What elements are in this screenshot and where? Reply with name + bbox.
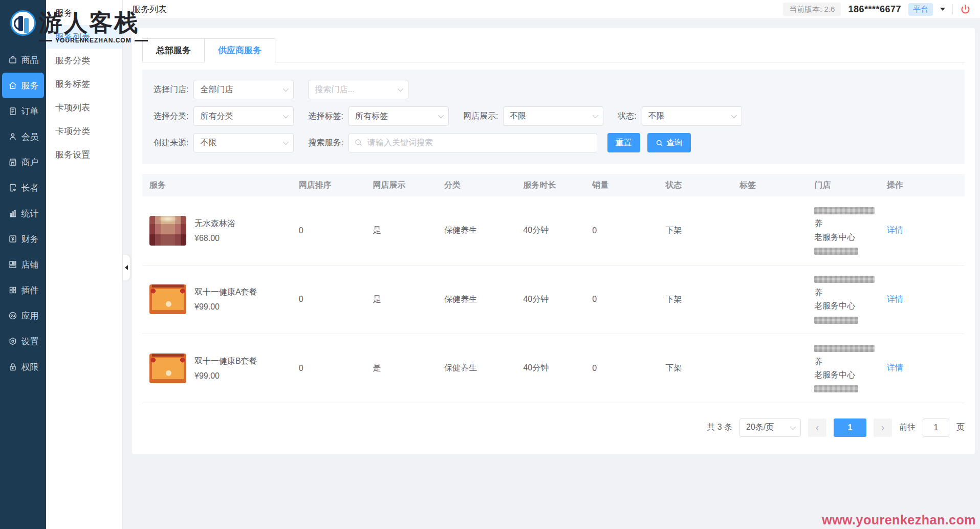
- col-tags: 标签: [734, 174, 809, 196]
- col-status: 状态: [660, 174, 734, 196]
- primary-sidebar: 商品 服务 订单 会员 商户 长者 统计 财务: [0, 0, 46, 529]
- sidebar-item-elders[interactable]: 长者: [0, 175, 46, 201]
- tab-supplier-services[interactable]: 供应商服务: [204, 38, 275, 62]
- sidebar-item-apps[interactable]: 应用: [0, 303, 46, 328]
- page-unit-label: 页: [956, 422, 965, 433]
- col-shop-sort: 网店排序: [294, 174, 368, 196]
- sidebar-item-label: 会员: [21, 131, 39, 143]
- cell-tags: [734, 334, 809, 403]
- home-icon: [8, 80, 18, 91]
- chevron-down-icon: [790, 424, 796, 430]
- chevron-down-icon[interactable]: [940, 8, 945, 11]
- app-logo[interactable]: [10, 10, 36, 36]
- cell-tags: [734, 265, 809, 334]
- service-name: 双十一健康B套餐: [194, 356, 257, 367]
- chevron-down-icon: [398, 86, 403, 92]
- submenu-item-service-category[interactable]: 服务分类: [46, 49, 122, 72]
- cell-sort: 0: [294, 265, 368, 334]
- submenu-item-service-tags[interactable]: 服务标签: [46, 72, 122, 96]
- submenu-item-card-list[interactable]: 卡项列表: [46, 96, 122, 119]
- submenu-item-service-settings[interactable]: 服务设置: [46, 143, 122, 166]
- cell-store: 养 老服务中心: [809, 196, 881, 265]
- sidebar-item-orders[interactable]: 订单: [0, 98, 46, 124]
- detail-link[interactable]: 详情: [887, 363, 903, 372]
- sidebar-item-statistics[interactable]: 统计: [0, 201, 46, 226]
- cell-store: 养 老服务中心: [809, 265, 881, 334]
- query-button[interactable]: 查询: [647, 133, 691, 152]
- col-duration: 服务时长: [518, 174, 587, 196]
- finance-icon: [8, 234, 18, 244]
- store-search-select[interactable]: 搜索门店...: [308, 80, 408, 99]
- submenu-item-service-list[interactable]: 服务列表: [46, 25, 122, 49]
- sidebar-item-label: 设置: [21, 336, 39, 347]
- cell-sales: 0: [587, 196, 660, 265]
- status-select[interactable]: 不限: [642, 106, 742, 126]
- sidebar-item-goods[interactable]: 商品: [0, 47, 46, 73]
- filter-panel: 选择门店: 全部门店 搜索门店... 选择分类: 所有分类 选择标签: 所有标签…: [142, 70, 965, 164]
- blurred-text: [814, 345, 875, 352]
- sidebar-item-finance[interactable]: 财务: [0, 226, 46, 252]
- store-select[interactable]: 全部门店: [193, 80, 294, 99]
- service-name: 双十一健康A套餐: [194, 287, 257, 298]
- sidebar-item-label: 商品: [21, 54, 39, 66]
- version-badge: 当前版本: 2.6: [783, 3, 841, 16]
- order-icon: [8, 106, 18, 116]
- table-row: 双十一健康B套餐 ¥99.00 0 是 保健养生 40分钟 0 下架 养 老服务…: [142, 334, 965, 403]
- current-page-button[interactable]: 1: [834, 418, 866, 437]
- table-row: 双十一健康A套餐 ¥99.00 0 是 保健养生 40分钟 0 下架 养 老服务…: [142, 265, 965, 334]
- sidebar-item-members[interactable]: 会员: [0, 124, 46, 149]
- sidebar-item-services[interactable]: 服务: [2, 73, 44, 98]
- service-name: 无水森林浴: [194, 218, 235, 229]
- logout-power-button[interactable]: [960, 4, 971, 15]
- reset-button[interactable]: 重置: [607, 133, 640, 152]
- tag-filter-label: 选择标签:: [308, 111, 343, 122]
- service-price: ¥99.00: [194, 371, 257, 381]
- submenu-item-card-category[interactable]: 卡项分类: [46, 119, 122, 143]
- secondary-sidebar: 服务 服务列表 服务分类 服务标签 卡项列表 卡项分类 服务设置: [46, 0, 123, 529]
- cell-status: 下架: [660, 196, 734, 265]
- source-select[interactable]: 不限: [193, 133, 294, 152]
- display-select[interactable]: 不限: [503, 106, 603, 126]
- blurred-text: [814, 317, 858, 324]
- sidebar-item-label: 统计: [21, 208, 39, 219]
- detail-link[interactable]: 详情: [887, 295, 903, 303]
- next-page-button[interactable]: ›: [874, 418, 892, 437]
- service-price: ¥99.00: [194, 302, 257, 312]
- stats-icon: [8, 208, 18, 218]
- sidebar-item-stores[interactable]: 店铺: [0, 252, 46, 277]
- sidebar-item-plugins[interactable]: 插件: [0, 277, 46, 303]
- cell-duration: 40分钟: [518, 265, 587, 334]
- lock-icon: [8, 362, 18, 372]
- pagination-total: 共 3 条: [707, 422, 732, 433]
- services-table: 服务 网店排序 网店展示 分类 服务时长 销量 状态 标签 门店 操作 无水森林…: [142, 174, 965, 403]
- search-icon: [656, 139, 663, 147]
- goto-page-input[interactable]: [923, 418, 949, 437]
- sidebar-item-label: 服务: [21, 80, 39, 92]
- status-filter-label: 状态:: [618, 111, 636, 122]
- page-size-select[interactable]: 20条/页: [739, 418, 801, 437]
- tab-headquarters-services[interactable]: 总部服务: [142, 38, 205, 62]
- cell-store: 养 老服务中心: [809, 334, 881, 403]
- sidebar-item-label: 店铺: [21, 259, 39, 271]
- tag-select[interactable]: 所有标签: [349, 106, 449, 126]
- sidebar-item-merchants[interactable]: 商户: [0, 149, 46, 175]
- role-badge: 平台: [908, 3, 933, 16]
- sidebar-item-label: 应用: [21, 310, 39, 322]
- detail-link[interactable]: 详情: [887, 226, 903, 234]
- app-icon: [8, 311, 18, 321]
- sidebar-item-settings[interactable]: 设置: [0, 328, 46, 354]
- sidebar-item-permissions[interactable]: 权限: [0, 354, 46, 380]
- merchant-icon: [8, 157, 18, 167]
- submenu-title: 服务: [46, 0, 122, 25]
- prev-page-button[interactable]: ‹: [808, 418, 826, 437]
- cell-display: 是: [367, 265, 439, 334]
- chevron-down-icon: [731, 113, 737, 118]
- sidebar-collapse-handle[interactable]: [123, 254, 130, 281]
- category-select[interactable]: 所有分类: [193, 106, 294, 126]
- service-search-input[interactable]: [349, 133, 597, 152]
- elder-icon: [8, 183, 18, 193]
- chevron-down-icon: [283, 113, 289, 118]
- cell-sort: 0: [294, 196, 368, 265]
- logo-circle-icon: [10, 10, 36, 36]
- service-thumbnail: [149, 284, 186, 314]
